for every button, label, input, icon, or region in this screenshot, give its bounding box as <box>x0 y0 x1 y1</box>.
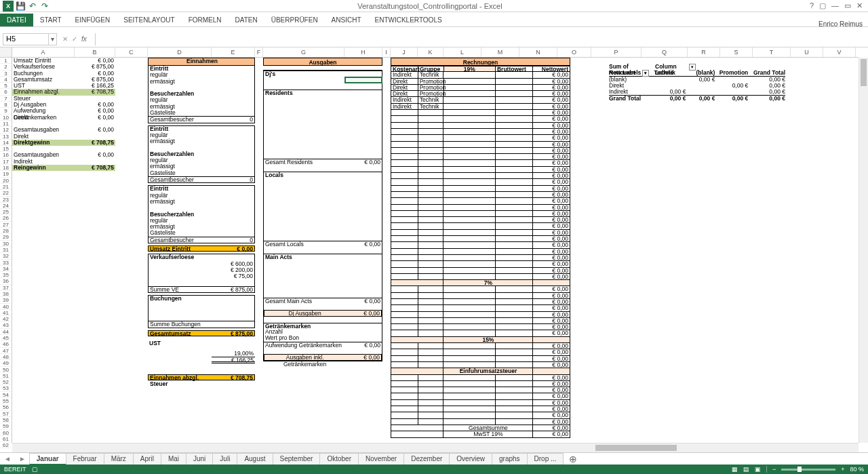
row-header[interactable]: 24 <box>0 203 12 209</box>
row-header[interactable]: 54 <box>0 392 12 398</box>
sheet-tab-oktober[interactable]: Oktober <box>319 453 359 465</box>
row-header[interactable]: 14 <box>0 140 12 146</box>
row-header[interactable]: 5 <box>0 83 12 89</box>
vertical-scrollbar[interactable] <box>859 58 868 443</box>
row-header[interactable]: 21 <box>0 184 12 190</box>
row-header[interactable]: 10 <box>0 115 12 121</box>
row-header[interactable]: 33 <box>0 260 12 266</box>
row-header[interactable]: 53 <box>0 385 12 391</box>
tab-entwicklertools[interactable]: ENTWICKLERTOOLS <box>368 14 449 26</box>
maximize-icon[interactable]: ▭ <box>844 1 851 10</box>
cell-grid[interactable]: Umsatz Eintritt€ 0,00Verkaufserloese€ 87… <box>12 58 859 443</box>
sheet-tab-mai[interactable]: Mai <box>161 453 186 465</box>
row-header[interactable]: 38 <box>0 291 12 297</box>
select-all-corner[interactable] <box>0 47 12 57</box>
col-header-V[interactable]: V <box>823 47 856 57</box>
row-header[interactable]: 40 <box>0 304 12 310</box>
col-header-C[interactable]: C <box>115 47 148 57</box>
row-header[interactable]: 49 <box>0 360 12 366</box>
row-header[interactable]: 23 <box>0 197 12 203</box>
cancel-fx-icon[interactable]: ✕ <box>62 35 68 43</box>
col-header-I[interactable]: I <box>382 47 391 57</box>
row-header[interactable]: 60 <box>0 430 12 436</box>
row-header[interactable]: 62 <box>0 442 12 448</box>
tab-daten[interactable]: DATEN <box>229 14 264 26</box>
sheet-tab-dezember[interactable]: Dezember <box>403 453 450 465</box>
row-header[interactable]: 26 <box>0 215 12 221</box>
row-header[interactable]: 37 <box>0 285 12 291</box>
col-header-E[interactable]: E <box>212 47 255 57</box>
sheet-tab-märz[interactable]: März <box>104 453 134 465</box>
row-header[interactable]: 47 <box>0 348 12 354</box>
row-header[interactable]: 41 <box>0 310 12 316</box>
row-header[interactable]: 22 <box>0 190 12 196</box>
row-header[interactable]: 15 <box>0 146 12 152</box>
row-header[interactable]: 34 <box>0 266 12 272</box>
sheet-tab-august[interactable]: August <box>237 453 273 465</box>
zoom-in-icon[interactable]: + <box>841 466 844 473</box>
row-header[interactable]: 8 <box>0 102 12 108</box>
zoom-level[interactable]: 80 % <box>850 466 864 473</box>
row-headers[interactable]: 1234567891011121314151617181920212223242… <box>0 58 12 443</box>
sheet-tab-januar[interactable]: Januar <box>29 453 66 465</box>
col-header-N[interactable]: N <box>519 47 557 57</box>
sheet-tab-drop ...[interactable]: Drop ... <box>527 453 564 465</box>
fx-icon[interactable]: fx <box>81 35 87 43</box>
row-header[interactable]: 6 <box>0 89 12 95</box>
row-header[interactable]: 29 <box>0 234 12 240</box>
row-header[interactable]: 27 <box>0 222 12 228</box>
redo-icon[interactable]: ↷ <box>39 1 50 12</box>
sheet-tab-juni[interactable]: Juni <box>186 453 213 465</box>
zoom-out-icon[interactable]: − <box>772 466 776 473</box>
row-header[interactable]: 50 <box>0 367 12 373</box>
minimize-icon[interactable]: — <box>831 1 839 10</box>
undo-icon[interactable]: ↶ <box>27 1 38 12</box>
col-header-T[interactable]: T <box>753 47 791 57</box>
row-header[interactable]: 13 <box>0 134 12 140</box>
account-name[interactable]: Enrico Reimus <box>818 20 863 28</box>
row-header[interactable]: 45 <box>0 335 12 341</box>
help-icon[interactable]: ? <box>810 1 814 10</box>
name-box[interactable]: H5 <box>3 33 49 45</box>
row-header[interactable]: 17 <box>0 159 12 165</box>
row-header[interactable]: 3 <box>0 71 12 77</box>
column-headers[interactable]: ABCDEFGHIJKLMNOPQRSTUV <box>0 47 859 58</box>
row-header[interactable]: 28 <box>0 228 12 234</box>
row-header[interactable]: 35 <box>0 272 12 278</box>
zoom-slider[interactable] <box>781 469 835 471</box>
confirm-fx-icon[interactable]: ✓ <box>72 35 77 43</box>
row-header[interactable]: 44 <box>0 329 12 335</box>
row-header[interactable]: 39 <box>0 297 12 303</box>
tab-formeln[interactable]: FORMELN <box>182 14 229 26</box>
col-header-R[interactable]: R <box>688 47 720 57</box>
tab-einfuegen[interactable]: EINFÜGEN <box>68 14 117 26</box>
col-header-K[interactable]: K <box>418 47 443 57</box>
tab-nav-prev-icon[interactable]: ◄ <box>0 455 15 462</box>
row-header[interactable]: 56 <box>0 404 12 410</box>
row-header[interactable]: 46 <box>0 341 12 347</box>
row-header[interactable]: 48 <box>0 354 12 360</box>
col-header-A[interactable]: A <box>12 47 75 57</box>
ribbon-options-icon[interactable]: ▢ <box>819 1 826 10</box>
col-header-H[interactable]: H <box>344 47 382 57</box>
tab-ansicht[interactable]: ANSICHT <box>325 14 368 26</box>
view-normal-icon[interactable]: ▦ <box>732 466 738 473</box>
scroll-thumb[interactable] <box>861 59 867 86</box>
row-header[interactable]: 7 <box>0 96 12 102</box>
row-header[interactable]: 16 <box>0 152 12 158</box>
row-header[interactable]: 11 <box>0 121 12 127</box>
close-icon[interactable]: ✕ <box>856 1 863 10</box>
row-header[interactable]: 2 <box>0 64 12 70</box>
col-header-U[interactable]: U <box>791 47 823 57</box>
sheet-tab-overview[interactable]: Overview <box>449 453 492 465</box>
row-header[interactable]: 19 <box>0 171 12 177</box>
formula-input[interactable] <box>95 33 868 45</box>
row-header[interactable]: 31 <box>0 247 12 253</box>
row-header[interactable]: 43 <box>0 322 12 328</box>
col-header-L[interactable]: L <box>443 47 481 57</box>
col-header-P[interactable]: P <box>591 47 642 57</box>
row-header[interactable]: 52 <box>0 379 12 385</box>
row-header[interactable]: 4 <box>0 77 12 83</box>
namebox-dropdown-icon[interactable]: ▾ <box>49 33 57 45</box>
col-header-M[interactable]: M <box>481 47 519 57</box>
